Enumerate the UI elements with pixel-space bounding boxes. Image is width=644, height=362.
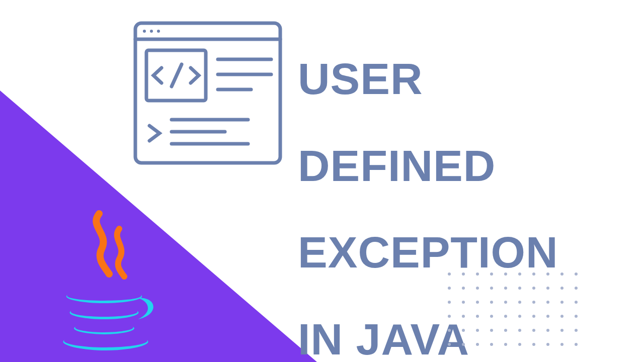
heading-line-3: EXCEPTION — [298, 227, 558, 277]
dot — [448, 287, 451, 290]
dot — [532, 315, 535, 318]
dot — [546, 315, 549, 318]
dot — [476, 301, 479, 304]
dot — [560, 301, 564, 304]
dot — [575, 343, 578, 346]
dot — [448, 273, 451, 276]
dot — [448, 301, 451, 304]
dot — [504, 287, 507, 290]
dot — [518, 273, 521, 276]
dot — [518, 301, 521, 304]
svg-point-2 — [143, 30, 146, 33]
dot — [490, 273, 493, 276]
dot — [546, 287, 549, 290]
dot — [448, 315, 451, 318]
dot — [546, 273, 549, 276]
dot — [575, 287, 578, 290]
dot — [476, 287, 479, 290]
dot — [490, 315, 493, 318]
dot — [575, 329, 578, 332]
dot — [504, 315, 507, 318]
dot — [518, 329, 521, 332]
heading-line-1: USER — [298, 54, 423, 104]
dot — [504, 273, 507, 276]
dot — [546, 301, 549, 304]
dot — [504, 301, 507, 304]
dot — [490, 301, 493, 304]
dot — [462, 301, 465, 304]
svg-line-6 — [172, 64, 182, 86]
dot — [560, 315, 564, 318]
dot — [462, 287, 465, 290]
dot — [575, 301, 578, 304]
dot — [518, 343, 521, 346]
dot — [476, 315, 479, 318]
svg-point-3 — [150, 30, 153, 33]
dot — [448, 329, 451, 332]
dot — [575, 315, 578, 318]
svg-rect-0 — [135, 23, 280, 163]
heading-line-2: DEFINED — [298, 141, 496, 191]
heading-line-4: IN JAVA — [298, 314, 469, 362]
dot — [490, 329, 493, 332]
dot — [518, 287, 521, 290]
dot — [575, 273, 578, 276]
dot — [532, 343, 535, 346]
dot — [462, 343, 465, 346]
dot — [532, 287, 535, 290]
dot — [546, 343, 549, 346]
dot — [560, 343, 564, 346]
decorative-dot-grid — [448, 273, 579, 347]
dot — [560, 273, 564, 276]
code-window-icon — [132, 20, 284, 166]
dot — [532, 329, 535, 332]
java-logo-icon — [51, 209, 157, 354]
dot — [504, 343, 507, 346]
dot — [532, 301, 535, 304]
dot — [490, 343, 493, 346]
dot — [560, 329, 564, 332]
dot — [560, 287, 564, 290]
dot — [490, 287, 493, 290]
dot — [476, 273, 479, 276]
dot — [462, 329, 465, 332]
dot — [476, 343, 479, 346]
dot — [462, 315, 465, 318]
dot — [462, 273, 465, 276]
dot — [476, 329, 479, 332]
dot — [532, 273, 535, 276]
dot — [504, 329, 507, 332]
dot — [448, 343, 451, 346]
svg-point-4 — [157, 30, 160, 33]
dot — [546, 329, 549, 332]
dot — [518, 315, 521, 318]
